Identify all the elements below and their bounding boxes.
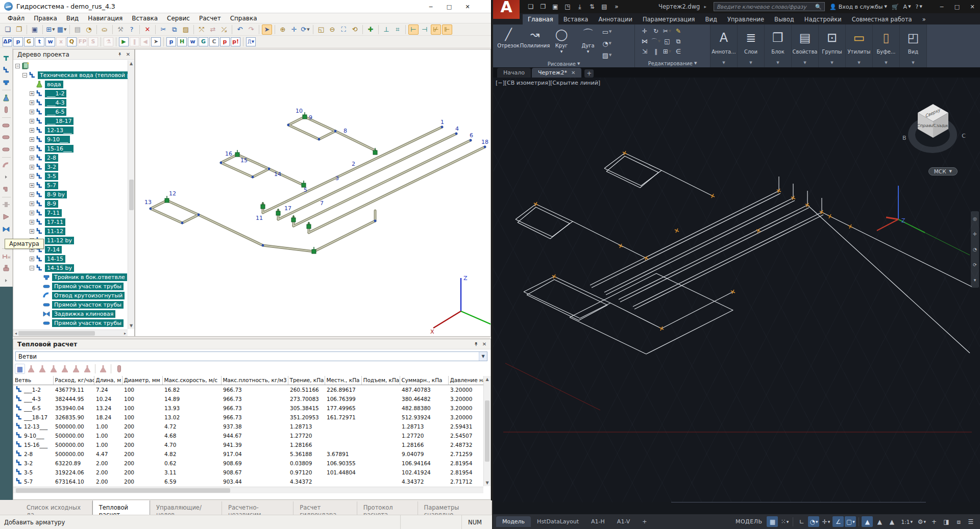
acad-model-canvas[interactable]: [−][СВ изометрия][Скрытие линий] В С Све…: [493, 78, 980, 502]
run-button[interactable]: ▶: [119, 37, 129, 46]
offset-tool[interactable]: ∥: [651, 47, 661, 56]
search-icon[interactable]: 🔍: [815, 4, 822, 10]
move-tool[interactable]: ✛: [640, 27, 650, 36]
swap-icon[interactable]: ⇄: [208, 24, 218, 35]
expand-icon[interactable]: +: [30, 110, 34, 114]
viewport-controls-label[interactable]: [−][СВ изометрия][Скрытие линий]: [496, 80, 600, 86]
panel-groups[interactable]: ⊡Группы▼: [819, 24, 846, 67]
qat-icon-0[interactable]: ❏: [525, 2, 536, 12]
ellipse-tool[interactable]: ◔▼: [602, 38, 612, 48]
result-mode-select[interactable]: Ветви ▼: [15, 351, 487, 361]
menu-Справка[interactable]: Справка: [226, 14, 262, 23]
p-button[interactable]: p: [13, 37, 23, 46]
table-row[interactable]: 3-263220.892.002000.62908.690.03809106.9…: [13, 459, 484, 468]
pause-button[interactable]: ‖: [130, 37, 139, 46]
minimize-button[interactable]: ─: [934, 0, 949, 13]
object-snap-icon[interactable]: ▢▼: [845, 516, 856, 527]
expand-icon[interactable]: +: [30, 156, 34, 160]
panel-properties[interactable]: ▤Свойства▼: [792, 24, 819, 67]
view-cube[interactable]: В С Сверху Справа Сзади: [905, 102, 962, 163]
tee-fitting-icon[interactable]: [3, 76, 10, 88]
hatch-tool[interactable]: ▨▼: [602, 50, 612, 60]
trunk-fitting-icon[interactable]: [3, 52, 10, 64]
menu-Сервис[interactable]: Сервис: [162, 14, 194, 23]
tree-item-14-15[interactable]: +14-15: [13, 254, 128, 263]
help-icon[interactable]: ?: [127, 24, 137, 35]
menu-Файл[interactable]: Файл: [3, 14, 29, 23]
tree-item-Задвижка клиновая[interactable]: Задвижка клиновая: [13, 309, 128, 318]
expand-icon[interactable]: +: [30, 201, 34, 206]
ribbon-tab-Главная[interactable]: Главная: [523, 14, 558, 24]
flask-tool-icon[interactable]: [82, 364, 92, 374]
w-button[interactable]: w: [45, 37, 55, 46]
annotation-scale-icon[interactable]: ▲: [886, 516, 897, 527]
qat-icon-2[interactable]: ▣: [550, 2, 561, 12]
g2-button[interactable]: G: [199, 37, 208, 46]
qat-more-icon[interactable]: »: [611, 2, 622, 12]
expand-icon[interactable]: +: [30, 183, 34, 188]
pipe-mode3-icon[interactable]: ⊬: [431, 24, 441, 35]
branch-fitting-icon[interactable]: [3, 64, 10, 77]
expand-icon[interactable]: +: [30, 146, 34, 151]
pan-icon[interactable]: ✛: [289, 24, 299, 35]
tree-item-Техническая вода (тепловой р[interactable]: −Техническая вода (тепловой р: [13, 70, 128, 80]
corner-fitting-icon[interactable]: [3, 183, 10, 195]
arc-tool[interactable]: ⌒Дуга▼: [575, 24, 601, 60]
flask-tool-icon[interactable]: [26, 364, 36, 374]
table-view-icon[interactable]: ▦: [15, 364, 25, 374]
open-file-icon[interactable]: ❐: [14, 24, 24, 35]
flask-tool-icon[interactable]: [71, 364, 81, 374]
chart-button[interactable]: ⎍▼: [246, 37, 256, 46]
collapse-icon[interactable]: −: [22, 73, 27, 78]
column-header[interactable]: Макс.плотность, кг/м3: [221, 376, 288, 385]
table-row[interactable]: 5-7673164.102.002006.59903.444.343724.34…: [13, 477, 484, 486]
orifice-fitting-icon[interactable]: [2, 199, 10, 211]
tree-item-8-9 by[interactable]: +8-9 by: [13, 190, 128, 199]
explode-tool[interactable]: ∈: [673, 47, 683, 56]
fillet-tool[interactable]: ⌒▼: [651, 37, 661, 46]
new-tab-button[interactable]: +: [584, 69, 594, 78]
t-button[interactable]: t: [35, 37, 44, 46]
collapse-icon[interactable]: −: [30, 266, 34, 270]
app-store-cart-icon[interactable]: 🛒: [892, 4, 899, 10]
expand-icon[interactable]: +: [30, 100, 34, 105]
copy-icon[interactable]: ⧉: [169, 24, 180, 35]
table-row[interactable]: 9-10___500000.001.002004.68944.671.27720…: [13, 431, 484, 440]
tree-item-3-2[interactable]: +3-2: [13, 162, 128, 171]
rotate-tool[interactable]: ↻: [651, 27, 661, 36]
scale-tool[interactable]: ◱: [662, 37, 672, 46]
zoom-extents-icon[interactable]: ⛶: [338, 24, 349, 35]
tree-item-5-7[interactable]: +5-7: [13, 181, 128, 190]
column-header[interactable]: Трение, кПа: [288, 376, 325, 385]
table-row[interactable]: 3-5319224.062.002003.11908.670.97120101.…: [13, 468, 484, 477]
qat-icon-1[interactable]: ❐: [537, 2, 549, 12]
ortho-mode-icon[interactable]: ∟: [796, 516, 807, 527]
title-chevron-icon[interactable]: ▸: [704, 4, 706, 9]
expand-icon[interactable]: +: [30, 257, 34, 261]
polar-tracking-icon[interactable]: ◔▼: [808, 516, 819, 527]
circle-tool[interactable]: ◯Круг▼: [548, 24, 575, 60]
layout-tab-A1-H[interactable]: A1-H: [585, 516, 611, 527]
redo-icon[interactable]: ↷: [246, 24, 256, 35]
refresh-icon[interactable]: ✚: [365, 24, 376, 35]
delete-icon[interactable]: ✕: [142, 24, 153, 35]
save-icon[interactable]: ▣: [30, 24, 40, 35]
menu-Правка[interactable]: Правка: [29, 14, 62, 23]
annotation-visibility-icon[interactable]: ▲: [862, 516, 873, 527]
pipe-mode1-icon[interactable]: ⊢: [408, 24, 419, 35]
p3-button[interactable]: p: [220, 37, 230, 46]
stretch-tool[interactable]: ⇲: [640, 47, 650, 56]
expand-icon[interactable]: +: [30, 211, 34, 215]
mirror-tool[interactable]: ⋈: [640, 37, 650, 46]
snap-mode-icon[interactable]: ⁙▼: [779, 516, 790, 527]
g-button[interactable]: G: [24, 37, 34, 46]
tree-item-11-12[interactable]: +11-12: [13, 226, 128, 236]
ribbon-tab-Параметризация[interactable]: Параметризация: [638, 14, 700, 24]
file-tab-Начало[interactable]: Начало: [497, 68, 531, 78]
menu-Вид[interactable]: Вид: [62, 14, 83, 23]
w2-button[interactable]: w: [188, 37, 198, 46]
autocad-logo[interactable]: A: [493, 0, 520, 19]
compass-east[interactable]: С: [962, 133, 966, 139]
workspace-settings-icon[interactable]: ⚙▼: [916, 516, 927, 527]
tree-item-15-16___[interactable]: +15-16___: [13, 144, 128, 153]
